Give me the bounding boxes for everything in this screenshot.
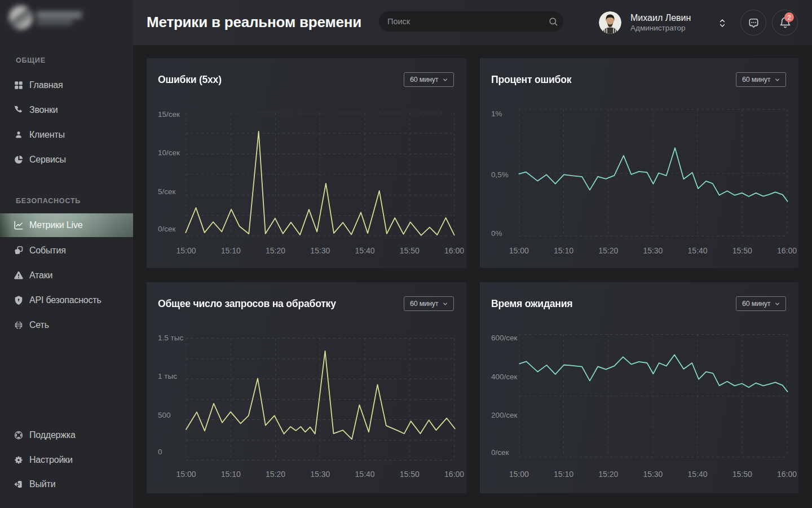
- svg-text:15:40: 15:40: [355, 470, 375, 479]
- svg-text:15:10: 15:10: [554, 246, 573, 255]
- svg-text:15:50: 15:50: [400, 470, 420, 479]
- svg-text:10/сек: 10/сек: [158, 148, 180, 157]
- svg-text:16:00: 16:00: [777, 246, 797, 255]
- svg-text:0,5%: 0,5%: [491, 170, 509, 179]
- svg-text:15:30: 15:30: [310, 246, 330, 255]
- svg-text:16:00: 16:00: [777, 470, 797, 479]
- svg-text:400/сек: 400/сек: [491, 373, 518, 381]
- svg-text:600/сек: 600/сек: [491, 334, 518, 342]
- svg-text:500: 500: [158, 411, 171, 419]
- svg-text:5/сек: 5/сек: [158, 187, 176, 196]
- svg-text:1.5 тыс: 1.5 тыс: [158, 334, 183, 342]
- svg-text:15/сек: 15/сек: [158, 110, 180, 119]
- svg-text:15:50: 15:50: [732, 246, 752, 255]
- svg-text:16:00: 16:00: [444, 246, 464, 255]
- svg-text:15:00: 15:00: [509, 246, 529, 255]
- svg-text:15:20: 15:20: [266, 246, 285, 255]
- svg-text:15:00: 15:00: [176, 246, 196, 255]
- svg-text:15:20: 15:20: [598, 246, 618, 255]
- svg-text:15:40: 15:40: [355, 246, 375, 255]
- svg-text:15:00: 15:00: [509, 470, 529, 479]
- svg-text:15:40: 15:40: [688, 246, 708, 255]
- svg-text:0/сек: 0/сек: [158, 225, 176, 233]
- svg-text:15:20: 15:20: [598, 470, 618, 479]
- svg-text:15:50: 15:50: [400, 246, 420, 255]
- svg-text:15:10: 15:10: [554, 470, 573, 479]
- svg-text:15:30: 15:30: [643, 246, 663, 255]
- svg-text:15:10: 15:10: [221, 246, 241, 255]
- svg-text:15:40: 15:40: [688, 470, 708, 479]
- svg-text:15:50: 15:50: [732, 470, 752, 479]
- svg-text:1%: 1%: [491, 110, 502, 118]
- svg-text:15:30: 15:30: [310, 470, 330, 479]
- svg-text:1 тыс: 1 тыс: [158, 372, 177, 380]
- svg-text:200/сек: 200/сек: [491, 411, 518, 419]
- svg-text:0%: 0%: [491, 229, 502, 238]
- svg-text:15:00: 15:00: [176, 470, 196, 479]
- svg-text:15:30: 15:30: [643, 470, 663, 479]
- svg-text:16:00: 16:00: [444, 470, 464, 479]
- svg-text:0/сек: 0/сек: [491, 448, 509, 457]
- svg-text:15:10: 15:10: [221, 470, 241, 479]
- svg-text:15:20: 15:20: [266, 470, 285, 479]
- svg-text:0: 0: [158, 448, 162, 456]
